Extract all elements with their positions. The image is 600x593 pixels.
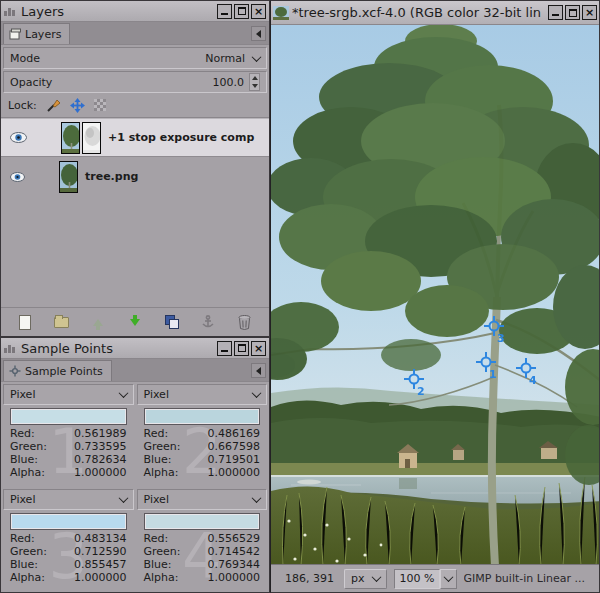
unit-dropdown[interactable]: px [344,569,387,589]
chevron-down-icon [443,572,453,582]
svg-text:1: 1 [489,368,497,381]
mode-label: Mode [10,52,205,65]
lock-row: Lock: [1,95,269,115]
svg-text:4: 4 [529,374,537,387]
duplicate-layer-button[interactable] [159,310,185,334]
lower-layer-button[interactable] [122,310,148,334]
maximize-button[interactable] [234,4,249,19]
new-group-button[interactable] [49,310,75,334]
chevron-down-icon [252,52,262,62]
alpha-label: Alpha: [10,571,45,584]
red-label: Red: [10,532,35,545]
sample-point-1-panel: Pixel 1 Red:0.561989 Green:0.733595 Blue… [3,384,134,485]
tab-layers[interactable]: Layers [3,23,70,44]
blue-label: Blue: [10,558,38,571]
layer-row-tree[interactable]: tree.png [1,157,269,196]
sample-2-mode-dropdown[interactable]: Pixel [137,384,268,405]
sample-points-tab-icon [9,365,21,377]
sample-point-3-panel: Pixel 3 Red:0.483134 Green:0.712590 Blue… [3,489,134,590]
delete-layer-button[interactable] [232,310,258,334]
sample-1-mode-dropdown[interactable]: Pixel [3,384,134,405]
lock-pixels-brush-icon[interactable] [46,98,61,112]
alpha-label: Alpha: [144,466,179,479]
chevron-down-icon [252,493,262,503]
alpha-value: 1.000000 [74,571,127,584]
red-label: Red: [10,427,35,440]
svg-text:2: 2 [417,385,425,398]
blue-label: Blue: [144,558,172,571]
layer-list: +1 stop exposure comp tree.png [1,117,269,307]
blue-value: 0.719501 [208,453,261,466]
red-value: 0.561989 [74,427,127,440]
layer-row-exposure[interactable]: +1 stop exposure comp [1,118,269,157]
green-value: 0.667598 [208,440,261,453]
green-value: 0.712590 [74,545,127,558]
image-canvas[interactable]: 1234 [271,25,599,564]
image-window: *tree-srgb.xcf-4.0 (RGB color 32-bit lin… [270,0,600,593]
layer-mode-dropdown[interactable]: Mode Normal [3,47,267,69]
alpha-value: 1.000000 [74,466,127,479]
layer-thumbnail[interactable] [59,161,78,193]
chevron-down-icon [118,388,128,398]
red-value: 0.483134 [74,532,127,545]
zoom-dropdown-button[interactable] [440,569,457,589]
pointer-position: 186, 391 [285,572,337,585]
green-label: Green: [144,545,181,558]
image-titlebar[interactable]: *tree-srgb.xcf-4.0 (RGB color 32-bit lin… [271,1,599,25]
sample-point-4-panel: Pixel 4 Red:0.556529 Green:0.714542 Blue… [137,489,268,590]
minimize-button[interactable] [217,4,232,19]
dock-grip-icon [4,7,17,16]
sample-points-titlebar[interactable]: Sample Points × [1,338,269,359]
tab-sample-points[interactable]: Sample Points [3,360,112,381]
alpha-label: Alpha: [10,466,45,479]
mode-value: Normal [205,52,245,65]
anchor-layer-button[interactable] [195,310,221,334]
layer-thumbnail[interactable] [61,122,80,154]
red-label: Red: [144,532,169,545]
status-message: GIMP built-in Linear ... [464,572,594,585]
layer-mask-thumbnail[interactable] [82,122,101,154]
sample-points-grid: Pixel 1 Red:0.561989 Green:0.733595 Blue… [1,382,269,592]
close-button[interactable]: × [251,4,266,19]
sample-point-2-panel: Pixel 2 Red:0.486169 Green:0.667598 Blue… [137,384,268,485]
layer-opacity-slider[interactable]: Opacity 100.0 [3,71,267,93]
lock-position-move-icon[interactable] [70,98,85,113]
minimize-button[interactable] [217,341,232,356]
lock-alpha-icon[interactable] [94,99,106,111]
close-button[interactable]: × [251,341,266,356]
sample-4-mode-dropdown[interactable]: Pixel [137,489,268,510]
tab-menu-button[interactable] [251,26,266,41]
sample-points-window-title: Sample Points [21,341,215,356]
sample-mode-value: Pixel [144,388,246,401]
maximize-button[interactable] [565,5,580,20]
sample-points-tabbar: Sample Points [1,359,269,382]
image-window-title: *tree-srgb.xcf-4.0 (RGB color 32-bit lin [292,5,546,20]
tree-photo: 1234 [271,25,599,564]
sample-mode-value: Pixel [10,388,112,401]
minimize-button[interactable] [548,5,563,20]
visibility-eye-icon[interactable] [10,132,27,143]
visibility-eye-icon[interactable] [10,172,25,182]
raise-layer-button[interactable] [85,310,111,334]
green-label: Green: [10,545,47,558]
opacity-spinner[interactable] [249,73,260,91]
lock-label: Lock: [8,99,37,112]
zoom-entry[interactable]: 100 % [394,569,440,589]
sample-mode-value: Pixel [144,493,246,506]
image-thumbnail-icon [273,6,289,20]
layers-titlebar[interactable]: Layers × [1,1,269,22]
dock-column: Layers × Layers Mode Normal Opacity 100.… [0,0,270,593]
layers-window-title: Layers [21,4,215,19]
green-label: Green: [10,440,47,453]
new-layer-button[interactable] [12,310,38,334]
tab-menu-button[interactable] [251,363,266,378]
svg-text:3: 3 [497,332,505,345]
close-button[interactable]: × [582,5,597,20]
dock-grip-icon [4,344,17,353]
maximize-button[interactable] [234,341,249,356]
tab-layers-label: Layers [25,28,61,41]
green-value: 0.733595 [74,440,127,453]
blue-value: 0.782634 [74,453,127,466]
sample-3-mode-dropdown[interactable]: Pixel [3,489,134,510]
red-value: 0.486169 [208,427,261,440]
